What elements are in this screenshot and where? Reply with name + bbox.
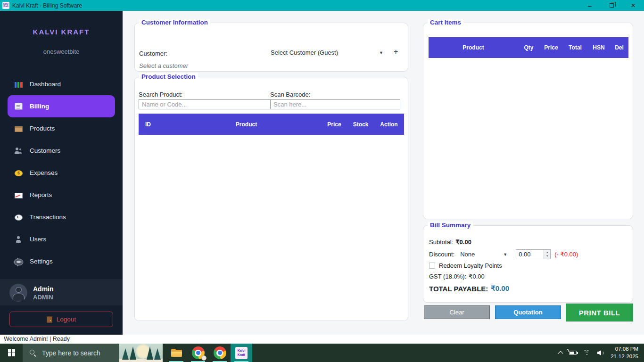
wifi-icon[interactable]	[583, 350, 591, 356]
file-explorer-button[interactable]	[165, 344, 187, 362]
gst-value: ₹0.00	[469, 273, 485, 280]
customer-hint: Select a customer	[139, 62, 188, 69]
tree-icon	[147, 346, 153, 360]
column-total: Total	[563, 44, 587, 51]
chevron-down-icon[interactable]: ▼	[379, 50, 383, 55]
logout-button[interactable]: Logout	[9, 312, 113, 327]
cart-table-header: Product Qty Price Total HSN Del	[429, 37, 628, 58]
start-button[interactable]	[0, 344, 23, 362]
kalvi-kraft-icon: Kalvi Kraft	[235, 347, 248, 359]
subtotal-row: Subtotal: ₹0.00	[429, 239, 471, 246]
kalvi-kraft-app-button[interactable]: Kalvi Kraft	[231, 344, 252, 362]
chrome-profile2-button[interactable]	[209, 344, 231, 362]
brand-logo: KALVI KRAFT	[0, 28, 123, 36]
close-button[interactable]: ×	[622, 0, 644, 11]
redeem-row: Redeem Loyalty Points	[429, 262, 502, 269]
people-icon	[15, 147, 23, 155]
total-label: TOTAL PAYABLE:	[429, 285, 488, 293]
taskbar-apps: Kalvi Kraft	[165, 344, 252, 362]
column-hsn: HSN	[587, 44, 610, 51]
clock-icon	[15, 214, 23, 221]
profile-badge	[201, 355, 206, 361]
column-qty: Qty	[518, 44, 539, 51]
column-product: Product	[429, 44, 518, 51]
product-selection-legend: Product Selection	[139, 73, 198, 80]
sidebar-item-products[interactable]: Products	[0, 117, 123, 140]
print-bill-button[interactable]: PRINT BILL	[566, 304, 633, 321]
close-icon: ×	[631, 1, 636, 10]
cart-items-panel: Cart Items Product Qty Price Total HSN D…	[423, 23, 633, 219]
discount-amount: (- ₹0.00)	[554, 251, 578, 258]
tree-icon	[122, 348, 129, 360]
chrome-profile1-button[interactable]	[187, 344, 209, 362]
clock[interactable]: 07:08 PM 21-12-2025	[611, 346, 638, 360]
column-price: Price	[321, 121, 347, 128]
system-tray: 07:08 PM 21-12-2025	[559, 344, 644, 362]
avatar	[9, 284, 27, 302]
app-window: Kalvi Kraft Kalvi Kraft - Billing Softwa…	[0, 0, 644, 362]
product-selection-panel: Product Selection Search Product: Scan B…	[134, 77, 408, 321]
total-row: TOTAL PAYABLE: ₹0.00	[429, 284, 509, 293]
tray-date: 21-12-2025	[611, 353, 638, 361]
column-del: Del	[610, 44, 628, 51]
restore-button[interactable]	[601, 0, 622, 11]
column-action: Action	[374, 121, 404, 128]
redeem-label: Redeem Loyalty Points	[439, 262, 502, 269]
gst-row: GST (18.0%): ₹0.00	[429, 273, 485, 280]
sidebar: KALVI KRAFT onesweetbite Dashboard Billi…	[0, 11, 123, 335]
status-text: Welcome Admin! | Ready	[4, 336, 70, 342]
tray-time: 07:08 PM	[611, 346, 638, 353]
bill-summary-legend: Bill Summary	[428, 222, 473, 229]
package-icon	[15, 126, 23, 132]
folder-icon	[171, 349, 182, 357]
column-price: Price	[539, 44, 563, 51]
scan-barcode-input[interactable]	[270, 99, 400, 109]
clear-button[interactable]: Clear	[424, 305, 490, 319]
chevron-up-icon[interactable]	[558, 351, 563, 356]
sidebar-item-settings[interactable]: Settings	[0, 250, 123, 272]
sidebar-nav: Dashboard Billing Products Customers $ E…	[0, 73, 123, 272]
battery-charging-icon[interactable]	[569, 351, 577, 355]
total-value: ₹0.00	[491, 284, 509, 293]
restore-icon	[610, 3, 614, 8]
sidebar-item-customers[interactable]: Customers	[0, 140, 123, 162]
sidebar-item-dashboard[interactable]: Dashboard	[0, 73, 123, 95]
taskbar-search[interactable]: Type here to search	[23, 344, 163, 362]
chevron-down-icon[interactable]: ▼	[503, 252, 507, 257]
tree-icon	[154, 348, 161, 360]
chart-increasing-icon	[15, 193, 23, 198]
user-profile: Admin ADMIN	[0, 280, 123, 305]
sidebar-item-billing[interactable]: Billing	[8, 95, 115, 117]
cart-items-legend: Cart Items	[428, 19, 463, 26]
minimize-button[interactable]: –	[579, 0, 601, 11]
add-customer-button[interactable]: +	[394, 48, 398, 56]
subtotal-value: ₹0.00	[455, 239, 471, 246]
column-product: Product	[172, 121, 321, 128]
sidebar-item-transactions[interactable]: Transactions	[0, 206, 123, 228]
sidebar-item-expenses[interactable]: $ Expenses	[0, 162, 123, 184]
search-product-input[interactable]	[139, 99, 271, 109]
gst-label: GST (18.0%):	[429, 273, 466, 280]
column-id: ID	[139, 121, 172, 128]
person-icon	[15, 236, 23, 243]
store-name: onesweetbite	[0, 48, 123, 55]
search-product-label: Search Product:	[139, 91, 182, 98]
windows-logo-icon	[8, 349, 15, 356]
minimize-icon: –	[588, 2, 592, 9]
customer-dropdown[interactable]: Select Customer (Guest)	[271, 49, 388, 56]
discount-value: 0.00	[516, 250, 544, 259]
bill-summary-panel: Bill Summary Subtotal: ₹0.00 Discount: N…	[423, 225, 633, 303]
taskbar: Type here to search Kalvi	[0, 344, 644, 362]
spinner-buttons[interactable]: ▲ ▼	[544, 250, 550, 259]
sidebar-item-reports[interactable]: Reports	[0, 184, 123, 206]
scroll-icon	[15, 103, 23, 110]
redeem-checkbox[interactable]	[429, 263, 435, 269]
discount-value-spinbox[interactable]: 0.00 ▲ ▼	[516, 249, 551, 259]
quotation-button[interactable]: Quotation	[495, 305, 561, 319]
discount-type-dropdown[interactable]: None	[460, 251, 475, 258]
sidebar-item-users[interactable]: Users	[0, 228, 123, 250]
title-bar: Kalvi Kraft Kalvi Kraft - Billing Softwa…	[0, 0, 644, 11]
window-title: Kalvi Kraft - Billing Software	[12, 2, 82, 9]
speaker-icon[interactable]	[597, 350, 604, 355]
search-highlight-art[interactable]	[119, 344, 163, 362]
